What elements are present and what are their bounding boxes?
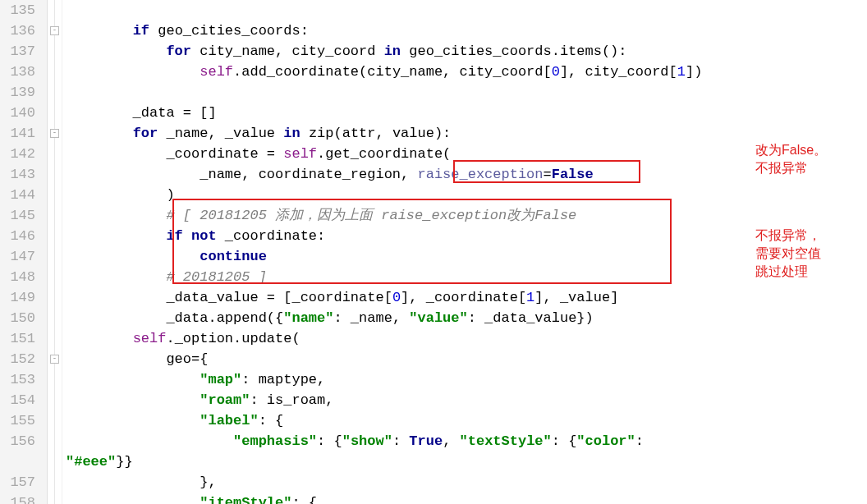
line-number: 146 xyxy=(5,226,35,246)
code-line[interactable]: _data.append({"name": _name, "value": _d… xyxy=(66,308,867,328)
code-token: "roam" xyxy=(200,392,250,408)
code-token: 1 xyxy=(526,290,534,305)
code-editor[interactable]: 1351361371381391401411421431441451461471… xyxy=(0,0,867,504)
code-token: 0 xyxy=(552,64,560,80)
code-token xyxy=(66,23,133,39)
line-number: 141 xyxy=(5,123,35,144)
code-token: zip(attr, value): xyxy=(309,126,451,141)
code-line[interactable]: # [ 20181205 添加，因为上面 raise_exception改为Fa… xyxy=(66,205,867,226)
code-token: }} xyxy=(116,454,132,470)
fold-gutter[interactable]: --- xyxy=(48,0,62,504)
code-line[interactable]: "roam": is_roam, xyxy=(66,390,867,410)
code-token: : xyxy=(392,433,409,449)
code-token: "name" xyxy=(283,310,333,326)
code-token xyxy=(66,372,200,387)
code-token: }, xyxy=(66,474,217,490)
line-number: 156 xyxy=(5,431,35,451)
annotation-skip-empty: 不报异常， 需要对空值 跳过处理 xyxy=(755,227,821,281)
code-line[interactable]: if geo_cities_coords: xyxy=(66,21,867,41)
code-line[interactable]: self._option.update( xyxy=(66,328,867,349)
fold-toggle-icon[interactable]: - xyxy=(50,129,59,138)
line-number: 148 xyxy=(5,267,35,287)
line-number: 151 xyxy=(5,328,35,349)
code-line[interactable]: _name, coordinate_region, raise_exceptio… xyxy=(66,164,867,185)
annotation-change-to-false: 改为False。 不报异常 xyxy=(755,141,827,177)
code-token: , xyxy=(443,433,459,449)
code-token: : { xyxy=(317,433,342,449)
line-number xyxy=(5,451,35,472)
code-line[interactable]: geo={ xyxy=(66,349,867,369)
code-line[interactable]: "itemStyle": { xyxy=(66,493,867,504)
code-line[interactable]: continue xyxy=(66,246,867,267)
code-token: ], _value] xyxy=(534,290,618,305)
code-token xyxy=(66,228,166,244)
code-line[interactable]: ) xyxy=(66,185,867,205)
code-token xyxy=(66,331,133,346)
line-number: 143 xyxy=(5,164,35,185)
code-line[interactable]: self.add_coordinate(city_name, city_coor… xyxy=(66,62,867,82)
code-token xyxy=(66,413,200,428)
code-line[interactable]: # 20181205 ] xyxy=(66,267,867,287)
code-line[interactable]: "label": { xyxy=(66,410,867,431)
code-token xyxy=(66,208,166,223)
code-line[interactable]: _data_value = [_coordinate[0], _coordina… xyxy=(66,287,867,308)
code-token: # [ 20181205 添加，因为上面 raise_exception改为Fa… xyxy=(166,208,576,223)
code-token: : xyxy=(635,433,644,449)
code-line[interactable]: for _name, _value in zip(attr, value): xyxy=(66,123,867,144)
code-line[interactable]: _coordinate = self.get_coordinate( xyxy=(66,144,867,164)
code-line[interactable]: if not _coordinate: xyxy=(66,226,867,246)
code-token: = xyxy=(544,167,552,182)
code-token: ], _coordinate[ xyxy=(401,290,526,305)
code-line[interactable]: "map": maptype, xyxy=(66,369,867,390)
code-token xyxy=(66,44,166,59)
code-token: "show" xyxy=(342,433,392,449)
code-token: ._option.update( xyxy=(166,331,300,346)
code-token: : maptype, xyxy=(241,372,325,387)
code-token: self xyxy=(283,146,317,162)
code-token: _data = [] xyxy=(66,105,217,121)
code-token: "map" xyxy=(200,372,241,387)
code-line[interactable]: _data = [] xyxy=(66,103,867,123)
code-area[interactable]: if geo_cities_coords: for city_name, cit… xyxy=(62,0,867,504)
code-token xyxy=(66,392,200,408)
code-token: "color" xyxy=(576,433,635,449)
line-number: 137 xyxy=(5,41,35,62)
line-number: 150 xyxy=(5,308,35,328)
line-number: 152 xyxy=(5,349,35,369)
code-line[interactable]: "emphasis": {"show": True, "textStyle": … xyxy=(66,431,867,451)
code-token: self xyxy=(133,331,167,346)
code-token xyxy=(66,433,233,449)
code-token: _data.append({ xyxy=(66,310,283,326)
code-token: : is_roam, xyxy=(250,392,333,408)
code-token: _coordinate: xyxy=(225,228,325,244)
code-line[interactable] xyxy=(66,0,867,21)
fold-toggle-icon[interactable]: - xyxy=(50,355,59,364)
code-token: _coordinate = xyxy=(66,146,283,162)
code-line[interactable] xyxy=(66,82,867,103)
code-token xyxy=(66,269,166,285)
code-token xyxy=(66,64,200,80)
line-number: 135 xyxy=(5,0,35,21)
code-token: geo={ xyxy=(66,351,208,367)
code-token: .get_coordinate( xyxy=(317,146,451,162)
code-token: if xyxy=(133,23,158,39)
code-token: ]) xyxy=(686,64,702,80)
code-token: for xyxy=(166,44,200,59)
code-token: raise_exception xyxy=(417,167,543,182)
code-token: in xyxy=(384,44,410,59)
code-token: "#eee" xyxy=(66,454,116,470)
code-line[interactable]: }, xyxy=(66,472,867,493)
line-number: 145 xyxy=(5,205,35,226)
code-token: "itemStyle" xyxy=(200,495,291,504)
fold-toggle-icon[interactable]: - xyxy=(50,26,59,35)
code-token xyxy=(66,495,200,504)
code-token: True xyxy=(409,433,443,449)
code-token xyxy=(66,249,200,264)
code-line[interactable]: "#eee"}} xyxy=(66,451,867,472)
line-number: 144 xyxy=(5,185,35,205)
code-token: : _name, xyxy=(333,310,409,326)
code-line[interactable]: for city_name, city_coord in geo_cities_… xyxy=(66,41,867,62)
code-token: self xyxy=(200,64,233,80)
line-number: 149 xyxy=(5,287,35,308)
code-token: 0 xyxy=(392,290,401,305)
